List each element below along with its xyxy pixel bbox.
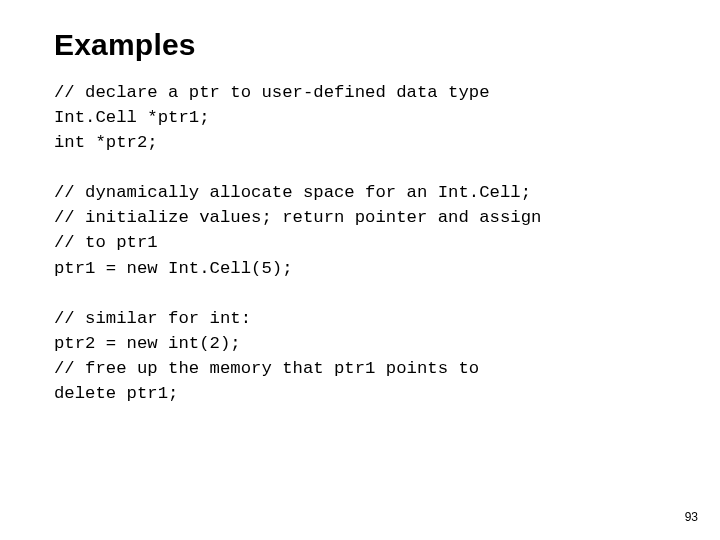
slide: Examples // declare a ptr to user-define…	[0, 0, 720, 540]
code-line: // declare a ptr to user-defined data ty…	[54, 83, 490, 102]
code-line: // initialize values; return pointer and…	[54, 208, 541, 227]
page-number: 93	[685, 510, 698, 524]
code-line: delete ptr1;	[54, 384, 178, 403]
code-line: // free up the memory that ptr1 points t…	[54, 359, 479, 378]
code-line: ptr1 = new Int.Cell(5);	[54, 259, 293, 278]
slide-title: Examples	[54, 28, 666, 62]
code-line: // dynamically allocate space for an Int…	[54, 183, 531, 202]
code-line: int *ptr2;	[54, 133, 158, 152]
code-block: // declare a ptr to user-defined data ty…	[54, 80, 666, 406]
code-line: // similar for int:	[54, 309, 251, 328]
code-line: Int.Cell *ptr1;	[54, 108, 210, 127]
code-line: ptr2 = new int(2);	[54, 334, 241, 353]
code-line: // to ptr1	[54, 233, 158, 252]
